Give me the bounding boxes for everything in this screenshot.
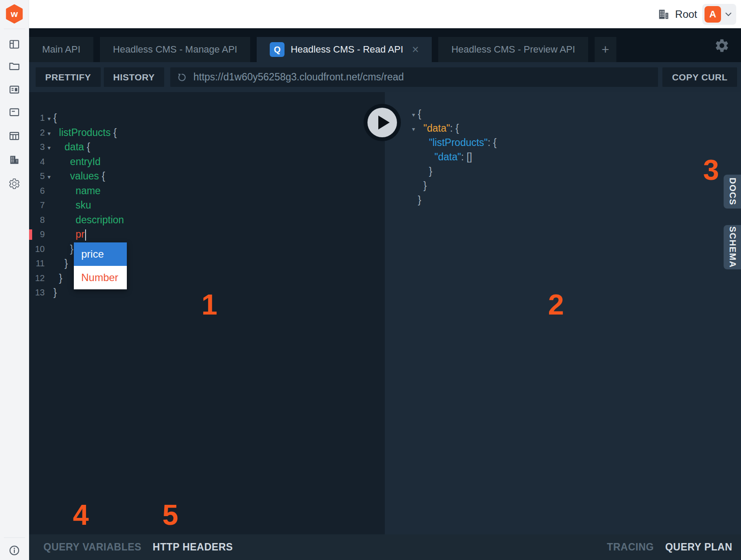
autocomplete-option-price[interactable]: price [74,242,127,266]
form-builder-icon[interactable] [8,106,20,118]
query-badge-icon: Q [270,42,284,57]
fold-arrow-icon[interactable]: ▾ [45,129,53,137]
fold-spacer [409,185,418,186]
play-icon [367,108,397,137]
bottom-bar: QUERY VARIABLESHTTP HEADERS TRACINGQUERY… [29,534,741,560]
sidebar-divider [4,537,25,538]
info-icon[interactable] [8,544,20,557]
tabs-container: Main APIHeadless CMS - Manage APIQHeadle… [29,37,595,62]
code-text: pr [53,229,86,241]
response-line: "listProducts": { [409,136,741,150]
webiny-logo[interactable]: w [6,4,23,23]
tab-headless-cms-preview-api[interactable]: Headless CMS - Preview API [438,37,588,62]
close-tab-icon[interactable]: × [412,44,419,56]
line-number: 10 [29,244,45,254]
code-text: } [53,258,68,269]
page-builder-icon[interactable] [8,83,20,96]
fold-spacer [45,219,53,221]
table-icon[interactable] [8,130,20,142]
tab-main-api[interactable]: Main API [29,37,93,62]
fold-spacer [45,205,53,206]
reload-icon[interactable] [177,72,187,83]
graphql-playground: Main APIHeadless CMS - Manage APIQHeadle… [29,28,741,560]
building-icon [658,8,670,20]
response-line: } [409,164,741,179]
code-text: } [53,243,73,255]
prettify-button[interactable]: PRETTIFY [36,67,101,87]
fold-spacer [45,190,53,192]
fold-spacer [45,234,53,235]
docs-tab[interactable]: DOCS [724,175,741,209]
code-text: listProducts { [53,127,117,139]
code-text: } [53,272,62,284]
code-text: } [418,194,421,206]
schema-tab[interactable]: SCHEMA [724,225,741,269]
code-text: "data": { [418,123,459,134]
line-number: 6 [29,186,45,196]
execute-query-button[interactable] [364,104,401,141]
query-editor[interactable]: 1▾{2▾ listProducts {3▾ data {4 entryId5▾… [29,92,385,534]
fold-arrow-icon[interactable]: ▾ [409,110,418,118]
tenant-building-icon[interactable] [8,154,20,166]
editor-line[interactable]: 7 sku [29,198,385,213]
fold-spacer [45,263,53,264]
avatar: A [705,6,721,23]
tab-headless-cms-manage-api[interactable]: Headless CMS - Manage API [100,37,250,62]
bottom-tab-tracing[interactable]: TRACING [607,541,654,553]
fold-arrow-icon[interactable]: ▾ [409,124,418,133]
code-text: "listProducts": { [418,137,496,149]
fold-spacer [409,199,418,201]
editor-line[interactable]: 5▾ values { [29,169,385,184]
sidebar-divider [4,29,25,29]
code-text: "data": [] [418,151,472,163]
tab-label: Headless CMS - Preview API [451,44,575,55]
chevron-down-icon [725,12,732,17]
editor-line[interactable]: 8 description [29,213,385,228]
line-number: 11 [29,258,45,268]
playground-tabbar: Main APIHeadless CMS - Manage APIQHeadle… [29,28,741,62]
code-text: } [53,287,57,298]
fold-spacer [409,156,418,158]
endpoint-url-input[interactable] [192,71,652,83]
new-tab-button[interactable]: + [595,37,616,62]
fold-spacer [45,249,53,250]
bottom-tab-http-headers[interactable]: HTTP HEADERS [153,541,233,553]
copy-curl-button[interactable]: COPY CURL [662,67,737,87]
text-cursor [85,229,86,241]
fold-arrow-icon[interactable]: ▾ [45,114,53,122]
tab-label: Headless CMS - Manage API [113,44,237,55]
line-number: 5 [29,171,45,181]
line-number: 4 [29,157,45,167]
fold-spacer [45,278,53,279]
editor-line[interactable]: 4 entryId [29,155,385,169]
bottom-bar-right: TRACINGQUERY PLAN [607,541,732,553]
tab-headless-cms-read-api[interactable]: QHeadless CMS - Read API× [257,37,432,62]
autocomplete-option-number[interactable]: Number [74,266,127,289]
tab-label: Main API [42,44,80,55]
settings-gear-icon[interactable] [714,38,730,53]
bottom-tab-query-plan[interactable]: QUERY PLAN [665,541,732,553]
history-button[interactable]: HISTORY [104,67,165,87]
fold-spacer [45,161,53,162]
line-number: 2 [29,128,45,138]
account-menu-button[interactable]: A [702,4,736,25]
fold-arrow-icon[interactable]: ▾ [45,172,53,180]
fold-arrow-icon[interactable]: ▾ [45,143,53,151]
bottom-bar-left: QUERY VARIABLESHTTP HEADERS [43,541,233,553]
response-line: ▾ "data": { [409,121,741,136]
layout-icon[interactable] [8,38,20,50]
editor-line[interactable]: 1▾{ [29,111,385,126]
playground-main: 1▾{2▾ listProducts {3▾ data {4 entryId5▾… [29,92,741,534]
folder-icon[interactable] [8,60,20,72]
editor-line[interactable]: 2▾ listProducts { [29,126,385,140]
settings-icon[interactable] [8,178,20,190]
response-line: ▾{ [409,107,741,121]
bottom-tab-query-variables[interactable]: QUERY VARIABLES [43,541,142,553]
editor-line[interactable]: 9 pr [29,227,385,242]
code-text: } [418,166,432,177]
editor-line[interactable]: 3▾ data { [29,140,385,155]
top-header: Root A [0,0,741,28]
line-number: 8 [29,215,45,225]
editor-line[interactable]: 6 name [29,184,385,199]
code-text: values { [53,170,105,182]
